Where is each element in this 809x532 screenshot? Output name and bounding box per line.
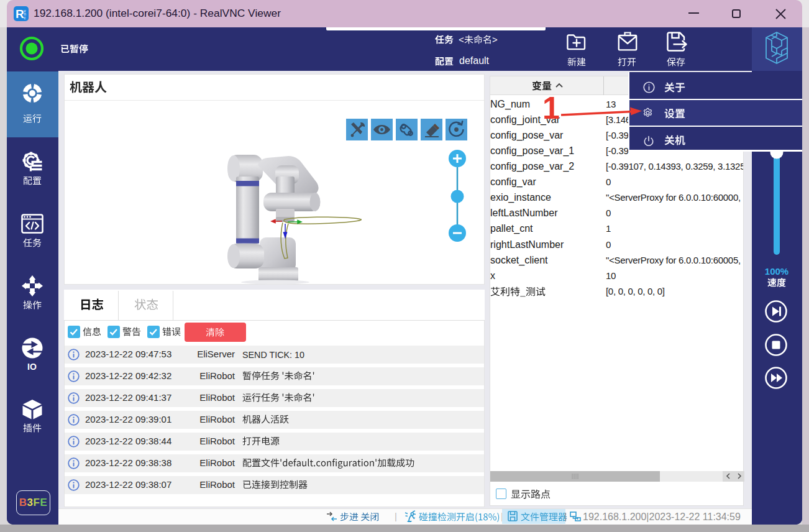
svg-text:R: R <box>16 7 24 21</box>
